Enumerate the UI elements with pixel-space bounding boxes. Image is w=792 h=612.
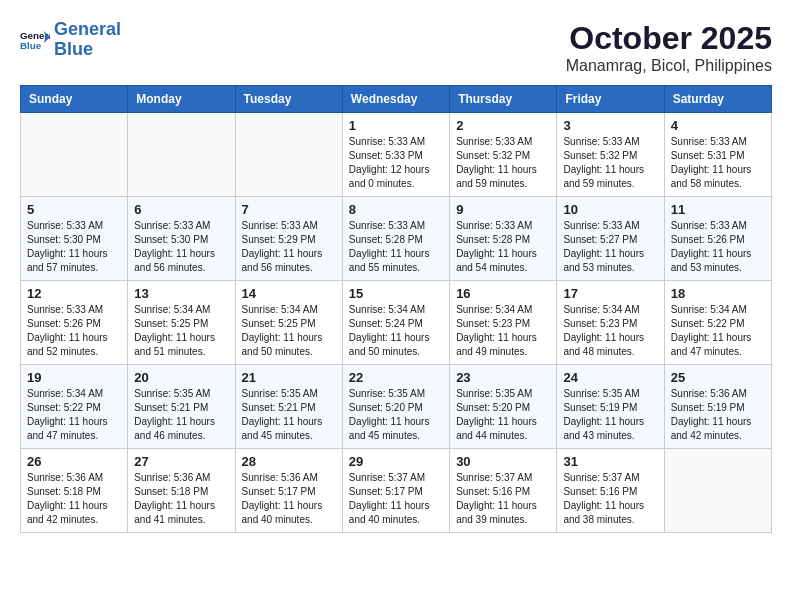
calendar-week-4: 19Sunrise: 5:34 AMSunset: 5:22 PMDayligh… xyxy=(21,365,772,449)
day-number: 21 xyxy=(242,370,336,385)
weekday-header-sunday: Sunday xyxy=(21,86,128,113)
day-info: Sunrise: 5:36 AMSunset: 5:18 PMDaylight:… xyxy=(134,471,228,527)
day-number: 16 xyxy=(456,286,550,301)
day-info: Sunrise: 5:35 AMSunset: 5:21 PMDaylight:… xyxy=(134,387,228,443)
day-info: Sunrise: 5:34 AMSunset: 5:23 PMDaylight:… xyxy=(456,303,550,359)
calendar-cell: 17Sunrise: 5:34 AMSunset: 5:23 PMDayligh… xyxy=(557,281,664,365)
logo-text: GeneralBlue xyxy=(54,20,121,60)
calendar-cell: 7Sunrise: 5:33 AMSunset: 5:29 PMDaylight… xyxy=(235,197,342,281)
calendar-cell: 11Sunrise: 5:33 AMSunset: 5:26 PMDayligh… xyxy=(664,197,771,281)
calendar-cell: 21Sunrise: 5:35 AMSunset: 5:21 PMDayligh… xyxy=(235,365,342,449)
calendar-cell: 2Sunrise: 5:33 AMSunset: 5:32 PMDaylight… xyxy=(450,113,557,197)
day-info: Sunrise: 5:34 AMSunset: 5:24 PMDaylight:… xyxy=(349,303,443,359)
day-info: Sunrise: 5:35 AMSunset: 5:20 PMDaylight:… xyxy=(456,387,550,443)
day-info: Sunrise: 5:36 AMSunset: 5:19 PMDaylight:… xyxy=(671,387,765,443)
day-info: Sunrise: 5:33 AMSunset: 5:28 PMDaylight:… xyxy=(349,219,443,275)
calendar-cell: 16Sunrise: 5:34 AMSunset: 5:23 PMDayligh… xyxy=(450,281,557,365)
day-info: Sunrise: 5:34 AMSunset: 5:23 PMDaylight:… xyxy=(563,303,657,359)
day-info: Sunrise: 5:36 AMSunset: 5:17 PMDaylight:… xyxy=(242,471,336,527)
day-info: Sunrise: 5:33 AMSunset: 5:32 PMDaylight:… xyxy=(456,135,550,191)
day-number: 1 xyxy=(349,118,443,133)
calendar-cell: 26Sunrise: 5:36 AMSunset: 5:18 PMDayligh… xyxy=(21,449,128,533)
calendar-cell: 28Sunrise: 5:36 AMSunset: 5:17 PMDayligh… xyxy=(235,449,342,533)
day-info: Sunrise: 5:33 AMSunset: 5:31 PMDaylight:… xyxy=(671,135,765,191)
day-number: 8 xyxy=(349,202,443,217)
calendar-cell xyxy=(235,113,342,197)
day-number: 4 xyxy=(671,118,765,133)
calendar-cell: 3Sunrise: 5:33 AMSunset: 5:32 PMDaylight… xyxy=(557,113,664,197)
day-number: 6 xyxy=(134,202,228,217)
day-number: 31 xyxy=(563,454,657,469)
weekday-header-thursday: Thursday xyxy=(450,86,557,113)
title-block: October 2025 Manamrag, Bicol, Philippine… xyxy=(566,20,772,75)
day-number: 29 xyxy=(349,454,443,469)
day-number: 30 xyxy=(456,454,550,469)
calendar-cell: 18Sunrise: 5:34 AMSunset: 5:22 PMDayligh… xyxy=(664,281,771,365)
day-number: 15 xyxy=(349,286,443,301)
day-number: 17 xyxy=(563,286,657,301)
calendar-cell: 13Sunrise: 5:34 AMSunset: 5:25 PMDayligh… xyxy=(128,281,235,365)
calendar-cell: 24Sunrise: 5:35 AMSunset: 5:19 PMDayligh… xyxy=(557,365,664,449)
day-info: Sunrise: 5:34 AMSunset: 5:25 PMDaylight:… xyxy=(242,303,336,359)
weekday-header-wednesday: Wednesday xyxy=(342,86,449,113)
calendar-cell: 1Sunrise: 5:33 AMSunset: 5:33 PMDaylight… xyxy=(342,113,449,197)
calendar-table: SundayMondayTuesdayWednesdayThursdayFrid… xyxy=(20,85,772,533)
calendar-cell: 15Sunrise: 5:34 AMSunset: 5:24 PMDayligh… xyxy=(342,281,449,365)
day-info: Sunrise: 5:34 AMSunset: 5:25 PMDaylight:… xyxy=(134,303,228,359)
day-number: 11 xyxy=(671,202,765,217)
location-title: Manamrag, Bicol, Philippines xyxy=(566,57,772,75)
calendar-cell: 5Sunrise: 5:33 AMSunset: 5:30 PMDaylight… xyxy=(21,197,128,281)
calendar-cell: 14Sunrise: 5:34 AMSunset: 5:25 PMDayligh… xyxy=(235,281,342,365)
calendar-cell: 6Sunrise: 5:33 AMSunset: 5:30 PMDaylight… xyxy=(128,197,235,281)
calendar-cell xyxy=(21,113,128,197)
day-info: Sunrise: 5:33 AMSunset: 5:26 PMDaylight:… xyxy=(27,303,121,359)
day-info: Sunrise: 5:36 AMSunset: 5:18 PMDaylight:… xyxy=(27,471,121,527)
day-number: 24 xyxy=(563,370,657,385)
calendar-cell xyxy=(664,449,771,533)
calendar-cell: 25Sunrise: 5:36 AMSunset: 5:19 PMDayligh… xyxy=(664,365,771,449)
day-info: Sunrise: 5:37 AMSunset: 5:17 PMDaylight:… xyxy=(349,471,443,527)
logo-icon: General Blue xyxy=(20,28,50,52)
day-info: Sunrise: 5:34 AMSunset: 5:22 PMDaylight:… xyxy=(27,387,121,443)
weekday-header-friday: Friday xyxy=(557,86,664,113)
day-number: 13 xyxy=(134,286,228,301)
day-info: Sunrise: 5:33 AMSunset: 5:33 PMDaylight:… xyxy=(349,135,443,191)
calendar-week-1: 1Sunrise: 5:33 AMSunset: 5:33 PMDaylight… xyxy=(21,113,772,197)
day-number: 9 xyxy=(456,202,550,217)
weekday-header-saturday: Saturday xyxy=(664,86,771,113)
day-number: 23 xyxy=(456,370,550,385)
day-number: 22 xyxy=(349,370,443,385)
logo: General Blue GeneralBlue xyxy=(20,20,121,60)
calendar-week-5: 26Sunrise: 5:36 AMSunset: 5:18 PMDayligh… xyxy=(21,449,772,533)
calendar-cell: 9Sunrise: 5:33 AMSunset: 5:28 PMDaylight… xyxy=(450,197,557,281)
calendar-week-3: 12Sunrise: 5:33 AMSunset: 5:26 PMDayligh… xyxy=(21,281,772,365)
day-info: Sunrise: 5:37 AMSunset: 5:16 PMDaylight:… xyxy=(563,471,657,527)
day-number: 19 xyxy=(27,370,121,385)
page-header: General Blue GeneralBlue October 2025 Ma… xyxy=(20,20,772,75)
day-number: 25 xyxy=(671,370,765,385)
day-number: 2 xyxy=(456,118,550,133)
day-number: 10 xyxy=(563,202,657,217)
day-info: Sunrise: 5:33 AMSunset: 5:29 PMDaylight:… xyxy=(242,219,336,275)
month-title: October 2025 xyxy=(566,20,772,57)
day-info: Sunrise: 5:35 AMSunset: 5:20 PMDaylight:… xyxy=(349,387,443,443)
day-info: Sunrise: 5:33 AMSunset: 5:28 PMDaylight:… xyxy=(456,219,550,275)
day-info: Sunrise: 5:35 AMSunset: 5:19 PMDaylight:… xyxy=(563,387,657,443)
day-number: 12 xyxy=(27,286,121,301)
svg-text:Blue: Blue xyxy=(20,40,42,51)
day-info: Sunrise: 5:33 AMSunset: 5:30 PMDaylight:… xyxy=(134,219,228,275)
weekday-header-tuesday: Tuesday xyxy=(235,86,342,113)
day-number: 18 xyxy=(671,286,765,301)
day-info: Sunrise: 5:33 AMSunset: 5:27 PMDaylight:… xyxy=(563,219,657,275)
calendar-cell: 22Sunrise: 5:35 AMSunset: 5:20 PMDayligh… xyxy=(342,365,449,449)
calendar-cell: 23Sunrise: 5:35 AMSunset: 5:20 PMDayligh… xyxy=(450,365,557,449)
day-number: 5 xyxy=(27,202,121,217)
calendar-cell xyxy=(128,113,235,197)
day-number: 28 xyxy=(242,454,336,469)
day-info: Sunrise: 5:33 AMSunset: 5:30 PMDaylight:… xyxy=(27,219,121,275)
calendar-cell: 10Sunrise: 5:33 AMSunset: 5:27 PMDayligh… xyxy=(557,197,664,281)
day-number: 26 xyxy=(27,454,121,469)
calendar-cell: 4Sunrise: 5:33 AMSunset: 5:31 PMDaylight… xyxy=(664,113,771,197)
calendar-cell: 20Sunrise: 5:35 AMSunset: 5:21 PMDayligh… xyxy=(128,365,235,449)
day-info: Sunrise: 5:33 AMSunset: 5:32 PMDaylight:… xyxy=(563,135,657,191)
